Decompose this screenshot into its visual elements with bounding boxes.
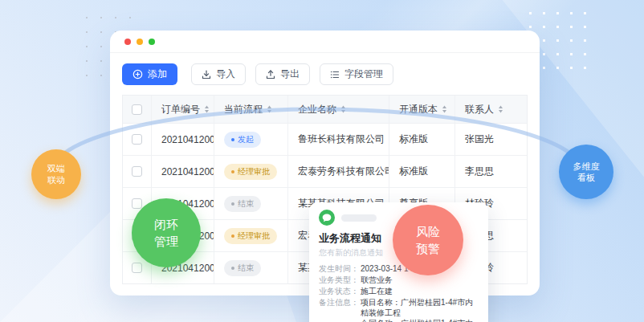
field-manage-button[interactable]: 字段管理 xyxy=(320,63,393,85)
order-no: 20210412001 xyxy=(161,134,214,145)
add-button[interactable]: 添加 xyxy=(122,63,177,85)
placeholder-bar xyxy=(341,214,377,222)
row-checkbox[interactable] xyxy=(132,263,142,273)
close-window-dot[interactable] xyxy=(124,39,131,45)
add-button-label: 添加 xyxy=(148,67,167,81)
field-value: 施工在建 xyxy=(361,286,393,296)
list-icon xyxy=(330,70,340,79)
toolbar: 添加 导入 导出 字段管理 xyxy=(110,53,540,95)
header-contact: 联系人 xyxy=(465,103,494,116)
feature-bubble-dashboard: 多维度看板 xyxy=(559,145,613,199)
field-label: 备注信息： xyxy=(319,297,361,322)
export-button[interactable]: 导出 xyxy=(255,63,310,85)
feature-bubble-closed-loop: 闭环管理 xyxy=(132,198,201,267)
header-order-no: 订单编号 xyxy=(161,103,200,116)
select-all-checkbox[interactable] xyxy=(132,104,142,115)
version: 标准版 xyxy=(399,165,428,178)
header-version: 开通版本 xyxy=(399,103,438,116)
contact-name: 张国光 xyxy=(465,132,494,146)
order-no: 20210412002 xyxy=(161,166,214,177)
maximize-window-dot[interactable] xyxy=(149,39,155,45)
sort-icon[interactable] xyxy=(267,105,272,113)
plus-circle-icon xyxy=(132,69,143,79)
row-checkbox[interactable] xyxy=(132,134,142,145)
sort-icon[interactable] xyxy=(340,105,346,113)
sort-icon[interactable] xyxy=(442,105,447,113)
row-checkbox[interactable] xyxy=(132,166,142,177)
upload-icon xyxy=(266,70,275,79)
process-status-badge: 结束 xyxy=(224,196,261,212)
header-process: 当前流程 xyxy=(224,103,263,116)
feature-bubble-risk-warning: 风险预警 xyxy=(393,205,463,275)
sort-icon[interactable] xyxy=(498,105,503,113)
field-label: 业务类型： xyxy=(319,275,361,285)
download-icon xyxy=(202,70,211,79)
import-button[interactable]: 导入 xyxy=(191,63,246,85)
header-company: 企业名称 xyxy=(298,103,336,116)
row-checkbox[interactable] xyxy=(132,198,142,209)
field-label: 业务状态： xyxy=(319,286,361,296)
remark-lines: 项目名称：广州碧桂园1-4#市内精装修工程 合同名称：广州碧桂园1-4#市内精装… xyxy=(361,297,479,322)
field-manage-button-label: 字段管理 xyxy=(344,67,383,81)
process-status-badge: 经理审批 xyxy=(224,164,277,180)
contact-name: 李思思 xyxy=(465,165,494,178)
process-status-badge: 发起 xyxy=(224,132,261,148)
company-name: 鲁班长科技有限公司 xyxy=(298,132,385,146)
process-status-badge: 经理审批 xyxy=(224,228,277,244)
import-button-label: 导入 xyxy=(216,67,235,81)
table-header-row: 订单编号 当前流程 企业名称 开通版本 联系人 xyxy=(123,96,527,123)
chat-icon xyxy=(319,210,335,226)
export-button-label: 导出 xyxy=(280,67,300,81)
table-row: 20210412002 经理审批 宏泰劳务科技有限公司 标准版 李思思 xyxy=(123,155,527,187)
window-titlebar xyxy=(110,31,540,53)
minimize-window-dot[interactable] xyxy=(137,39,143,45)
feature-bubble-dual-link: 双端联动 xyxy=(31,149,81,199)
process-status-badge: 结束 xyxy=(224,260,261,276)
field-label: 发生时间： xyxy=(319,263,361,274)
sort-icon[interactable] xyxy=(204,105,210,113)
version: 标准版 xyxy=(399,132,428,146)
field-value: 联营业务 xyxy=(361,275,393,285)
table-row: 20210412001 发起 鲁班长科技有限公司 标准版 张国光 xyxy=(123,123,527,155)
company-name: 宏泰劳务科技有限公司 xyxy=(298,165,389,178)
